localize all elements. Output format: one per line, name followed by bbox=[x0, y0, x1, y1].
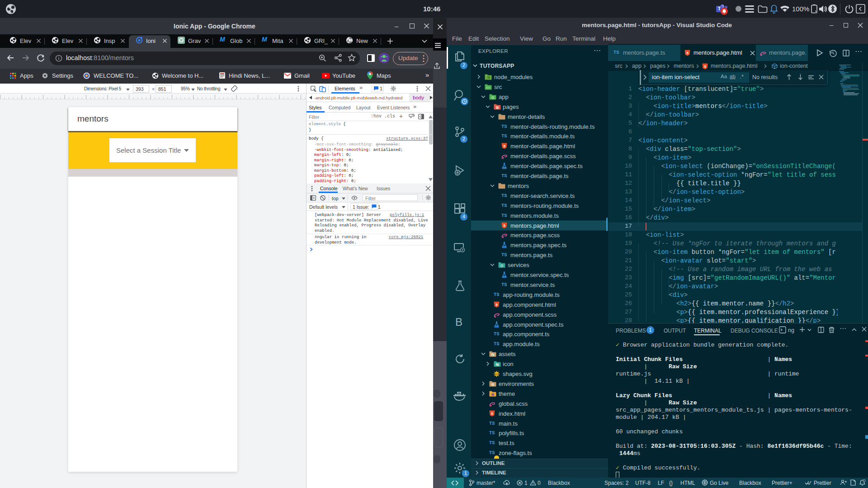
svg-text:5: 5 bbox=[503, 223, 505, 227]
svg-text:SVG: SVG bbox=[494, 373, 499, 375]
svg-text:5: 5 bbox=[503, 144, 505, 148]
svg-text:T: T bbox=[718, 6, 721, 11]
svg-text:5: 5 bbox=[491, 411, 493, 415]
svg-text:5: 5 bbox=[495, 302, 498, 306]
svg-text:5: 5 bbox=[686, 51, 689, 55]
svg-text:5: 5 bbox=[704, 65, 706, 69]
